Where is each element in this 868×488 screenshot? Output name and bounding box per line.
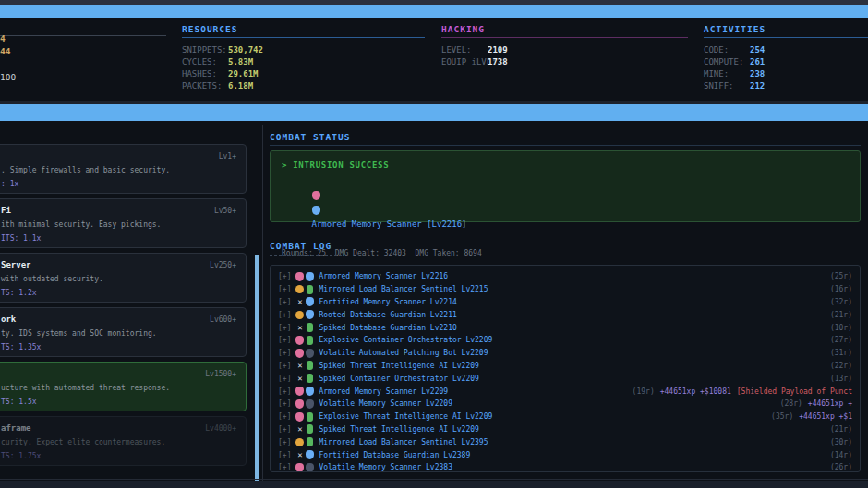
- log-row-right: (28r) +44651xp +: [771, 399, 852, 408]
- reward-text: +44651xp +$1: [799, 412, 852, 421]
- log-row-right: (19r) +44651xp +$10081 [Shielded Payload…: [623, 387, 852, 396]
- combat-log-row[interactable]: [+] Fortified Memory Scanner Lv2214 (32r…: [278, 296, 852, 309]
- shield-dark-icon: [306, 399, 314, 409]
- x-mark-icon: [295, 323, 304, 332]
- target-card[interactable]: Server Lv250+ with outdated security. TS…: [0, 253, 247, 303]
- expand-toggle[interactable]: [+]: [278, 324, 291, 332]
- combat-log-row[interactable]: [+] Spiked Threat Intelligence AI Lv2209…: [278, 423, 852, 436]
- stat-label: HASHES:: [182, 68, 228, 80]
- log-row-right: (13r): [821, 375, 852, 383]
- combat-log-row[interactable]: [+] Armored Memory Scanner Lv2209 (19r) …: [278, 385, 852, 398]
- rounds-count: (13r): [830, 375, 852, 383]
- stat-value: 261: [750, 56, 765, 68]
- expand-toggle[interactable]: [+]: [278, 463, 291, 471]
- shield-blue-icon: [306, 310, 314, 319]
- target-description: with outdated security.: [1, 272, 236, 286]
- expand-toggle[interactable]: [+]: [278, 412, 291, 421]
- combat-log-row[interactable]: [+] Volatile Memory Scanner Lv2383 (26r): [278, 461, 852, 472]
- intrusion-result-text: > INTRUSION SUCCESS: [282, 158, 849, 173]
- expand-toggle[interactable]: [+]: [278, 311, 291, 319]
- cactus-green-icon: [307, 412, 313, 422]
- expand-toggle[interactable]: [+]: [278, 438, 291, 446]
- combat-log-row[interactable]: [+] Explosive Threat Intelligence AI Lv2…: [278, 411, 852, 423]
- expand-toggle[interactable]: [+]: [278, 425, 291, 434]
- combat-log-row[interactable]: [+] Armored Memory Scanner Lv2216 (25r): [278, 270, 852, 283]
- stat-row: CYCLES: 5.83M: [182, 56, 425, 68]
- stat-value: 530,742: [228, 44, 263, 56]
- bottom-divider-line: [0, 479, 868, 480]
- combat-log-entries: [+] Armored Memory Scanner Lv2216 (25r) …: [278, 270, 852, 472]
- enemy-name: Mirrored Load Balancer Sentinel Lv2395: [319, 438, 488, 446]
- activities-panel: ACTIVITIES CODE: 254 COMPUTE: 261 MINE: …: [704, 24, 868, 92]
- target-title: Server: [1, 258, 31, 272]
- player-panel-underline: [0, 35, 166, 36]
- target-title: Fi: [1, 204, 11, 218]
- cactus-green-icon: [307, 424, 313, 434]
- resources-underline: [182, 37, 425, 38]
- x-mark-icon: [295, 374, 304, 383]
- target-title: ork: [1, 313, 16, 327]
- combat-log-row[interactable]: [+] Spiked Threat Intelligence AI Lv2209…: [278, 360, 852, 373]
- reward-text: +44651xp +$10081: [660, 387, 731, 396]
- combat-log-row[interactable]: [+] Spiked Container Orchestrator Lv2209…: [278, 372, 852, 385]
- combat-log-row[interactable]: [+] Mirrored Load Balancer Sentinel Lv23…: [278, 435, 852, 448]
- expand-toggle[interactable]: [+]: [278, 399, 291, 408]
- target-card[interactable]: ork Lv600+ ty. IDS systems and SOC monit…: [0, 307, 247, 357]
- target-card[interactable]: aframe Lv4000+ curity. Expect elite coun…: [0, 416, 247, 466]
- log-row-right: (25r): [821, 272, 852, 280]
- log-row-right: (27r): [821, 336, 852, 344]
- expand-toggle[interactable]: [+]: [278, 451, 291, 459]
- stat-value: 212: [750, 80, 765, 92]
- player-stat-value: 4: [0, 34, 6, 43]
- target-card[interactable]: Fi Lv50+ ith minimal security. Easy pick…: [0, 198, 247, 248]
- target-card[interactable]: Lv1+ . Simple firewalls and basic securi…: [0, 144, 247, 194]
- combat-log-row[interactable]: [+] Spiked Database Guardian Lv2210 (10r…: [278, 321, 852, 334]
- x-mark-icon: [295, 361, 304, 370]
- combat-log-row[interactable]: [+] Mirrored Load Balancer Sentinel Lv22…: [278, 283, 852, 296]
- expand-toggle[interactable]: [+]: [278, 285, 291, 293]
- expand-toggle[interactable]: [+]: [278, 298, 291, 306]
- rounds-count: (10r): [830, 324, 852, 332]
- target-card[interactable]: Lv1500+ ucture with automated threat res…: [0, 362, 247, 411]
- combat-log-row[interactable]: [+] Explosive Container Orchestrator Lv2…: [278, 334, 852, 347]
- stat-value: 6.18M: [228, 80, 253, 92]
- target-multiplier: TS: 1.75x: [1, 449, 236, 463]
- expand-toggle[interactable]: [+]: [278, 375, 291, 383]
- player-stat-value: 100: [0, 73, 16, 82]
- log-row-right: (26r): [821, 463, 852, 471]
- combat-log-box[interactable]: [+] Armored Memory Scanner Lv2216 (25r) …: [270, 265, 861, 472]
- targets-panel: Lv1+ . Simple firewalls and basic securi…: [0, 125, 263, 488]
- combat-panel: COMBAT STATUS > INTRUSION SUCCESS Armore…: [270, 125, 868, 488]
- combat-log-underline: [270, 255, 342, 256]
- target-level-badge: Lv1500+: [205, 367, 236, 381]
- expand-toggle[interactable]: [+]: [278, 362, 291, 370]
- stat-value: 238: [750, 68, 765, 80]
- combat-log-row[interactable]: [+] Rooted Database Guardian Lv2211 (21r…: [278, 308, 852, 321]
- stat-label: SNIFF:: [704, 80, 750, 92]
- shield-blue-icon: [306, 450, 314, 459]
- log-row-right: (22r): [821, 362, 852, 370]
- combat-log-row[interactable]: [+] Volatile Automated Patching Bot Lv22…: [278, 347, 852, 360]
- target-level-badge: Lv4000+: [205, 422, 236, 435]
- stat-value: 1738: [488, 56, 508, 68]
- rounds-count: (30r): [830, 438, 852, 446]
- combat-log-row[interactable]: [+] Volatile Memory Scanner Lv2209 (28r)…: [278, 398, 852, 411]
- resources-panel: RESOURCES SNIPPETS: 530,742 CYCLES: 5.83…: [182, 24, 425, 92]
- intrusion-result-box: > INTRUSION SUCCESS Armored Memory Scann…: [270, 150, 861, 222]
- stat-label: SNIPPETS:: [182, 44, 228, 56]
- expand-toggle[interactable]: [+]: [278, 272, 291, 280]
- log-row-right: (16r): [821, 285, 852, 293]
- expand-toggle[interactable]: [+]: [278, 336, 291, 344]
- target-card-header: aframe Lv4000+: [1, 422, 236, 435]
- enemy-name: Mirrored Load Balancer Sentinel Lv2215: [319, 285, 488, 293]
- stat-label: CODE:: [704, 44, 750, 56]
- activities-title: ACTIVITIES: [704, 24, 868, 34]
- targets-scrollbar-track[interactable]: [255, 255, 259, 488]
- hacking-underline: [441, 37, 688, 38]
- cactus-green-icon: [307, 374, 313, 383]
- combat-log-row[interactable]: [+] Fortified Database Guardian Lv2389 (…: [278, 448, 852, 461]
- targets-scrollbar-thumb[interactable]: [255, 255, 259, 488]
- expand-toggle[interactable]: [+]: [278, 387, 291, 396]
- expand-toggle[interactable]: [+]: [278, 349, 291, 357]
- rounds-count: (25r): [830, 272, 852, 280]
